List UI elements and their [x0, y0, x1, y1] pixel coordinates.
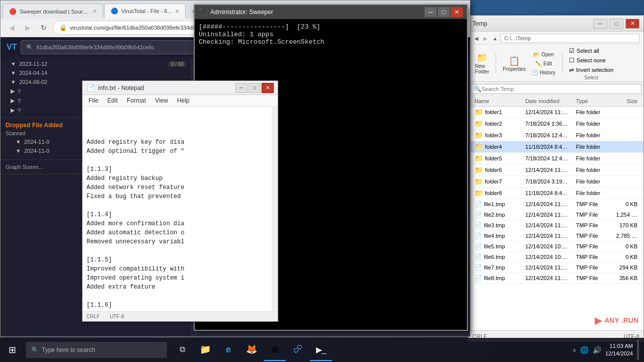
- chevron-icon-7: ▼: [16, 139, 21, 145]
- file-name: 📄file3.tmp: [470, 221, 521, 229]
- table-row[interactable]: 📁folder8 11/18/2024 8:42 AM File folder: [468, 188, 643, 199]
- table-row[interactable]: 📁folder7 7/18/2024 3:19 PM File folder: [468, 176, 643, 188]
- nav-up-button[interactable]: ▲: [491, 35, 500, 42]
- search-icon-vt: 🔍: [26, 44, 33, 51]
- file-type: File folder: [572, 190, 612, 197]
- tab-close-1[interactable]: ✕: [93, 9, 97, 14]
- sweeper-title: Administrator: Sweeper: [210, 9, 422, 16]
- minimize-button[interactable]: ─: [593, 19, 607, 29]
- table-row[interactable]: 📁folder6 12/14/2024 11:01 AM File folder: [468, 164, 643, 176]
- notepad-titlebar: 📄 info.txt - Notepad ─ □ ✕: [83, 81, 278, 95]
- close-button[interactable]: ✕: [625, 19, 639, 29]
- table-row[interactable]: 📁folder2 7/18/2024 1:36 PM File folder: [468, 118, 643, 130]
- menu-format[interactable]: Format: [123, 96, 150, 105]
- sidebar-item-2023[interactable]: ▼ 2023-11-12 0 / 60: [1, 59, 191, 68]
- notepad-scrollbar[interactable]: [272, 107, 278, 311]
- sweeper-minimize-button[interactable]: ─: [425, 7, 437, 17]
- maximize-button[interactable]: □: [609, 19, 623, 29]
- menu-edit[interactable]: Edit: [103, 96, 122, 105]
- firefox-app[interactable]: 🦊: [240, 339, 263, 361]
- col-header-type[interactable]: Type: [572, 97, 612, 105]
- chevron-icon: ▼: [11, 61, 16, 67]
- notepad-maximize-button[interactable]: □: [249, 83, 261, 93]
- tray-volume-icon[interactable]: 🔊: [593, 346, 601, 354]
- show-desktop-button[interactable]: [637, 340, 639, 360]
- file-size: [612, 193, 641, 194]
- invert-selection-button[interactable]: ⇌ Invert selection: [567, 65, 616, 74]
- properties-button[interactable]: 📋 Properties: [500, 54, 528, 73]
- notepad-text[interactable]: Added registry key for disa Added option…: [83, 107, 272, 311]
- address-bar[interactable]: C:\...\Temp: [501, 34, 639, 43]
- app-6[interactable]: 🗪: [287, 339, 309, 361]
- table-row[interactable]: 📄file1.tmp 12/14/2024 11:00 AM TMP File …: [468, 199, 643, 210]
- table-row[interactable]: 📁folder1 12/14/2024 11:01 AM File folder: [468, 107, 643, 118]
- table-row[interactable]: 📄file6.tmp 12/14/2024 10:59 AM TMP File …: [468, 252, 643, 262]
- col-header-name[interactable]: Name: [470, 97, 521, 105]
- reload-button[interactable]: ↻: [37, 21, 51, 35]
- chevron-icon-6: ▶: [11, 107, 15, 114]
- sidebar-item-2024-04[interactable]: ▼ 2024-04-14: [1, 68, 191, 77]
- tab-sweeper[interactable]: 🔴 Sweeper download | SourceFor... ✕: [3, 4, 103, 19]
- file-name: 📄file6.tmp: [470, 253, 521, 261]
- sweeper-maximize-button[interactable]: □: [438, 7, 450, 17]
- file-size: 1,254 KB: [612, 211, 641, 218]
- search-bar[interactable]: 🔍: [470, 84, 641, 94]
- sidebar-date-2024-04: 2024-04-14: [19, 70, 47, 76]
- table-row[interactable]: 📄file7.tmp 12/14/2024 11:01 AM TMP File …: [468, 262, 643, 273]
- clock-time: 11:03 AM: [605, 342, 633, 350]
- select-all-button[interactable]: ☑ Select all: [567, 46, 616, 55]
- col-header-size[interactable]: Size: [612, 97, 641, 105]
- menu-view[interactable]: View: [151, 96, 172, 105]
- table-row[interactable]: 📁folder4 11/18/2024 8:42 AM File folder: [468, 141, 643, 153]
- sweeper-close-button[interactable]: ✕: [451, 7, 463, 17]
- table-row[interactable]: 📄file2.tmp 12/14/2024 11:00 AM TMP File …: [468, 210, 643, 220]
- open-button[interactable]: 📂Open: [531, 50, 556, 59]
- col-header-modified[interactable]: Date modified: [521, 97, 572, 105]
- sidebar-date-2023: 2023-11-12: [19, 61, 47, 67]
- menu-file[interactable]: File: [85, 96, 102, 105]
- tab-close-2[interactable]: ✕: [175, 9, 179, 14]
- table-row[interactable]: 📁folder5 7/18/2024 12:44 PM File folder: [468, 153, 643, 164]
- desktop: Temp ─ □ ✕ ◀ ▶ ▲ C:\...\Temp 📁: [0, 0, 644, 362]
- new-folder-button[interactable]: 📁 NewFolder: [472, 51, 492, 76]
- tray-network-icon[interactable]: 🌐: [580, 346, 589, 354]
- select-none-button[interactable]: ☐ Select none: [567, 56, 616, 65]
- lock-icon: 🔒: [59, 24, 67, 31]
- app-6-icon: 🗪: [293, 344, 302, 355]
- menu-help[interactable]: Help: [173, 96, 194, 105]
- table-row[interactable]: 📁folder3 7/18/2024 12:42 PM File folder: [468, 130, 643, 141]
- windows-logo-icon: ⊞: [9, 344, 16, 355]
- edit-button[interactable]: ✏️Edit: [533, 59, 554, 68]
- taskview-app[interactable]: ⧉: [171, 339, 193, 361]
- notepad-close-button[interactable]: ✕: [262, 83, 274, 93]
- taskbar-search[interactable]: 🔍 Type here to search: [26, 342, 167, 358]
- file-modified: 12/14/2024 11:01 AM: [521, 109, 572, 116]
- tab-virustotal[interactable]: 🔵 VirusTotal - File - 6... ✕: [104, 4, 186, 19]
- edge-app[interactable]: e: [217, 339, 239, 361]
- tab-favicon-2: 🔵: [111, 8, 118, 15]
- table-row[interactable]: 📄file3.tmp 12/14/2024 11:01 AM TMP File …: [468, 220, 643, 231]
- forward-button[interactable]: ▶: [21, 21, 35, 35]
- table-row[interactable]: 📄file5.tmp 12/14/2024 10:59 AM TMP File …: [468, 241, 643, 252]
- file-modified: 12/14/2024 11:00 AM: [521, 275, 572, 282]
- tray-chevron-icon[interactable]: ∧: [573, 347, 576, 353]
- vt-search-text: 61dba350a638d099efe334d88e99b09b542ce6c: [36, 44, 154, 50]
- taskbar-clock[interactable]: 11:03 AM 12/14/2024: [605, 342, 633, 358]
- nav-forward-button[interactable]: ▶: [481, 35, 490, 42]
- search-input[interactable]: [481, 86, 638, 92]
- table-row[interactable]: 📄file4.tmp 12/14/2024 11:01 AM TMP File …: [468, 231, 643, 241]
- file-modified: 12/14/2024 11:01 AM: [521, 166, 572, 173]
- nav-back-button[interactable]: ◀: [472, 35, 480, 42]
- file-size: [612, 112, 641, 113]
- history-button[interactable]: 🕐History: [529, 68, 558, 77]
- back-button[interactable]: ◀: [5, 21, 19, 35]
- start-button[interactable]: ⊞: [0, 338, 24, 362]
- file-list: 📁folder1 12/14/2024 11:01 AM File folder…: [468, 107, 643, 330]
- file-modified: 12/14/2024 11:01 AM: [521, 264, 572, 271]
- fileexplorer-app[interactable]: 📁: [194, 339, 216, 361]
- taskbar-apps: ⧉ 📁 e 🦊 ⊕ 🗪 ▶_: [171, 339, 332, 361]
- terminal-app[interactable]: ▶_: [310, 339, 332, 361]
- notepad-minimize-button[interactable]: ─: [235, 83, 248, 93]
- table-row[interactable]: 📄file8.tmp 12/14/2024 11:00 AM TMP File …: [468, 273, 643, 284]
- chrome-app[interactable]: ⊕: [264, 339, 286, 361]
